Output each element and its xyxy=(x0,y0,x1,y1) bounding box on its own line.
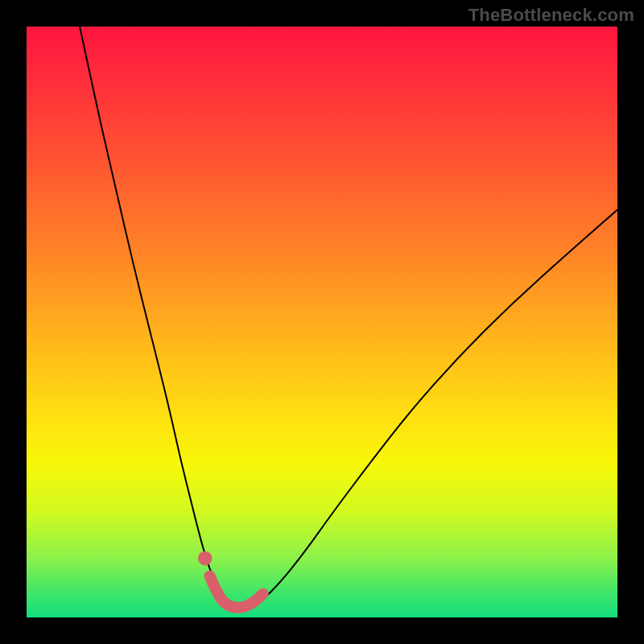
bottleneck-curve xyxy=(80,27,617,610)
chart-frame: TheBottleneck.com xyxy=(0,0,644,644)
highlight-segment xyxy=(210,576,263,608)
watermark-text: TheBottleneck.com xyxy=(469,5,634,26)
highlight-dot xyxy=(198,551,213,566)
chart-svg xyxy=(27,27,617,617)
plot-area xyxy=(27,27,617,617)
